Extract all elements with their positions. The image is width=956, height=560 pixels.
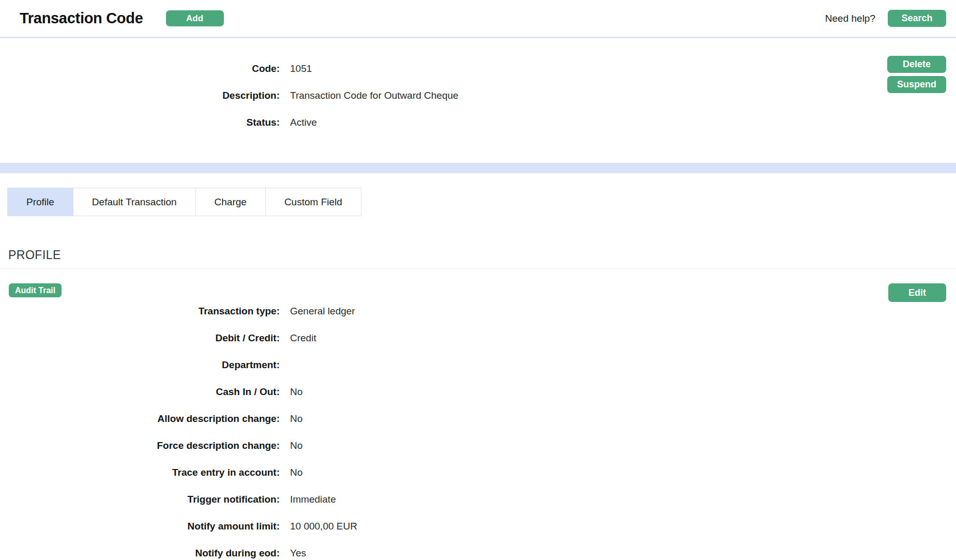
profile-field-value: No: [290, 413, 302, 425]
record-field-row: Status: Active: [0, 115, 956, 130]
tab[interactable]: Default Transaction: [73, 188, 196, 216]
delete-button[interactable]: Delete: [887, 56, 946, 73]
search-button[interactable]: Search: [888, 10, 946, 27]
record-field-label: Status:: [0, 117, 280, 128]
profile-field-label: Notify amount limit:: [0, 521, 280, 532]
record-field-value: Active: [290, 117, 317, 128]
profile-field-value: General ledger: [290, 306, 355, 317]
tab[interactable]: Charge: [195, 188, 266, 216]
page-title: Transaction Code: [20, 10, 143, 27]
profile-field-row: Trigger notification: Immediate: [0, 492, 956, 507]
profile-field-row: Notify during eod: Yes: [0, 546, 956, 560]
profile-field-value: No: [290, 467, 302, 478]
suspend-button[interactable]: Suspend: [887, 76, 946, 93]
profile-field-row: Force description change: No: [0, 438, 956, 453]
profile-field-label: Cash In / Out:: [0, 386, 280, 398]
profile-field-value: Credit: [290, 332, 316, 344]
profile-field-value: No: [290, 440, 302, 451]
tab[interactable]: Custom Field: [265, 188, 361, 216]
profile-field-value: 10 000,00 EUR: [290, 521, 357, 532]
profile-field-value: Immediate: [290, 494, 336, 505]
profile-field-label: Trace entry in account:: [0, 467, 280, 478]
profile-field-row: Allow description change: No: [0, 411, 956, 427]
profile-field-row: Cash In / Out: No: [0, 384, 956, 400]
profile-field-label: Allow description change:: [0, 413, 280, 425]
profile-field-row: Notify amount limit: 10 000,00 EUR: [0, 519, 956, 534]
record-actions: Delete Suspend: [887, 56, 946, 93]
record-field-row: Description: Transaction Code for Outwar…: [0, 88, 956, 103]
profile-fields: Transaction type: General ledger Debit /…: [0, 304, 956, 560]
record-field-row: Code: 1051: [0, 61, 956, 77]
add-button[interactable]: Add: [166, 10, 224, 26]
profile-field-row: Transaction type: General ledger: [0, 304, 956, 319]
record-field-label: Description:: [0, 90, 280, 101]
record-field-value: Transaction Code for Outward Cheque: [290, 90, 459, 101]
profile-field-label: Notify during eod:: [0, 548, 280, 559]
profile-field-label: Trigger notification:: [0, 494, 280, 505]
audit-edit-row: Audit Trail Edit: [0, 283, 956, 302]
profile-field-label: Debit / Credit:: [0, 332, 280, 344]
profile-field-value: Yes: [290, 548, 306, 559]
profile-field-row: Debit / Credit: Credit: [0, 330, 956, 346]
header-right: Need help? Search: [825, 10, 946, 27]
edit-button[interactable]: Edit: [888, 283, 946, 302]
profile-section-heading: PROFILE: [0, 248, 956, 268]
profile-field-label: Force description change:: [0, 440, 280, 451]
record-field-label: Code:: [0, 63, 280, 74]
record-summary-section: Code: 1051 Description: Transaction Code…: [0, 38, 956, 163]
profile-field-row: Department:: [0, 357, 956, 373]
header-left: Transaction Code Add: [20, 10, 224, 27]
record-field-value: 1051: [290, 63, 312, 74]
need-help-link[interactable]: Need help?: [825, 13, 875, 24]
audit-trail-button[interactable]: Audit Trail: [9, 283, 62, 297]
profile-field-value: No: [290, 386, 302, 398]
page-header: Transaction Code Add Need help? Search: [0, 0, 956, 38]
tab[interactable]: Profile: [7, 188, 73, 216]
section-divider-bar: [0, 163, 956, 173]
profile-field-label: Transaction type:: [0, 306, 280, 317]
tab-bar: Profile Default Transaction Charge Custo…: [7, 188, 956, 216]
profile-field-label: Department:: [0, 359, 280, 371]
profile-field-row: Trace entry in account: No: [0, 465, 956, 480]
